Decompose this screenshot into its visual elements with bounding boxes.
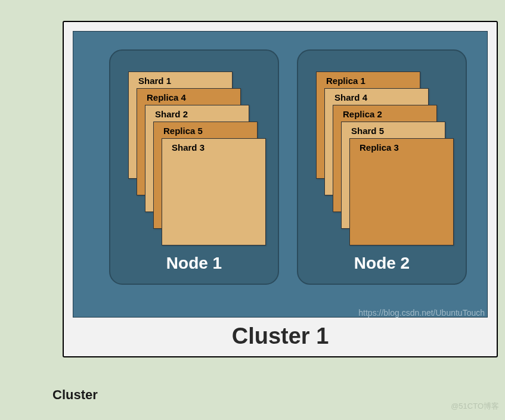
card-label: Shard 2 (145, 105, 249, 123)
node-1-box: Shard 1 Replica 4 Shard 2 Replica 5 Shar… (109, 49, 279, 285)
node-2-card-5: Replica 3 (349, 138, 454, 245)
card-label: Shard 5 (342, 122, 445, 139)
card-label: Replica 3 (350, 139, 453, 156)
node-1-card-5: Shard 3 (162, 138, 266, 245)
blog-watermark: @51CTO博客 (451, 401, 499, 412)
url-watermark: https://blog.csdn.net/UbuntuTouch (358, 308, 485, 318)
card-label: Replica 5 (154, 122, 257, 139)
node-1-label: Node 1 (110, 254, 278, 273)
card-label: Shard 3 (162, 139, 265, 156)
caption-text: Cluster (52, 387, 98, 403)
card-label: Replica 2 (333, 105, 436, 123)
card-label: Shard 1 (129, 72, 232, 89)
node-1-card-stack: Shard 1 Replica 4 Shard 2 Replica 5 Shar… (128, 71, 262, 232)
cluster-label: Cluster 1 (64, 323, 497, 349)
node-2-card-stack: Replica 1 Shard 4 Replica 2 Shard 5 Repl… (316, 71, 450, 232)
card-label: Replica 4 (137, 89, 240, 106)
node-2-label: Node 2 (298, 254, 466, 273)
cluster-container: Shard 1 Replica 4 Shard 2 Replica 5 Shar… (73, 31, 488, 318)
card-label: Shard 4 (325, 89, 428, 106)
card-label: Replica 1 (317, 72, 420, 89)
node-2-box: Replica 1 Shard 4 Replica 2 Shard 5 Repl… (297, 49, 467, 285)
diagram-frame: Shard 1 Replica 4 Shard 2 Replica 5 Shar… (63, 21, 498, 357)
